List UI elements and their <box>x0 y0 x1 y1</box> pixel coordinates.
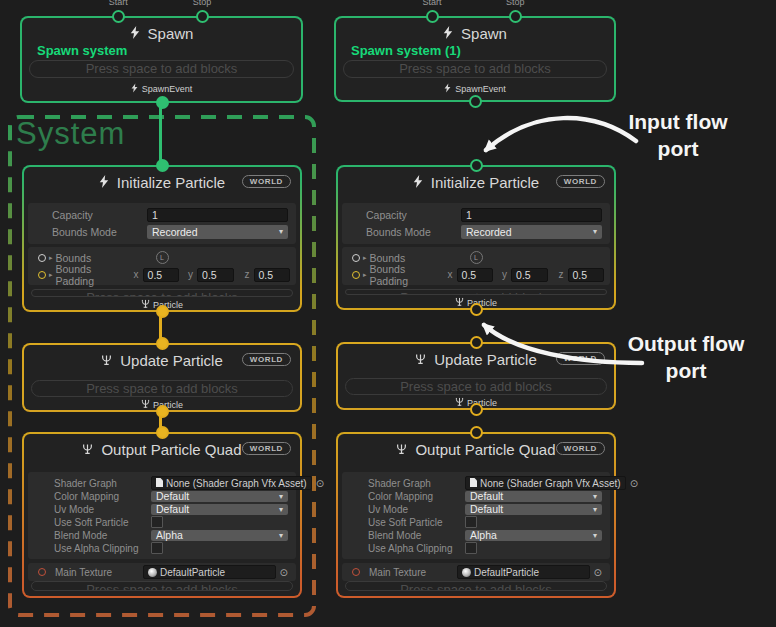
capacity-field[interactable]: 1 <box>147 208 288 222</box>
add-blocks-placeholder[interactable]: Press space to add blocks <box>31 380 293 397</box>
add-blocks-placeholder[interactable]: Press space to add blocks <box>345 289 607 295</box>
x-field[interactable]: 0.5 <box>457 268 493 282</box>
add-blocks-placeholder[interactable]: Press space to add blocks <box>31 289 293 297</box>
bounds-mode-dropdown[interactable]: Recorded ▾ <box>147 225 288 239</box>
use-alpha-clipping-checkbox[interactable] <box>465 542 477 554</box>
flow-port-update-output[interactable] <box>156 405 169 418</box>
flow-port-start[interactable] <box>426 10 439 23</box>
use-soft-particle-checkbox[interactable] <box>151 516 163 528</box>
input-port-bounds-padding[interactable] <box>38 271 46 279</box>
local-space-icon[interactable]: L <box>470 251 483 264</box>
main-texture-field[interactable]: DefaultParticle <box>457 565 590 579</box>
node-initialize-right[interactable]: Initialize Particle WORLD Capacity 1 Bou… <box>336 165 616 310</box>
bounds-padding-label: Bounds Padding <box>370 263 426 287</box>
node-update-left[interactable]: Update Particle WORLD Press space to add… <box>22 343 302 412</box>
object-picker-icon[interactable]: ⊙ <box>594 567 602 578</box>
bounds-mode-label: Bounds Mode <box>52 226 147 238</box>
flow-port-spawn-output[interactable] <box>156 96 169 109</box>
input-port-bounds[interactable] <box>38 254 46 262</box>
add-blocks-placeholder[interactable]: Press space to add blocks <box>31 581 293 591</box>
node-spawn-left[interactable]: Start Stop Spawn Spawn system Press spac… <box>20 16 303 103</box>
add-blocks-placeholder[interactable]: Press space to add blocks <box>345 378 607 395</box>
dropdown-caret-icon: ▾ <box>279 530 283 541</box>
port-label-stop: Stop <box>506 0 525 7</box>
bounds-mode-dropdown[interactable]: Recorded ▾ <box>461 225 602 239</box>
object-picker-icon[interactable]: ⊙ <box>630 478 638 489</box>
add-blocks-placeholder[interactable]: Press space to add blocks <box>345 581 607 591</box>
bounds-padding-label: Bounds Padding <box>56 263 112 287</box>
flow-port-output-input[interactable] <box>156 426 169 439</box>
flow-port-stop[interactable] <box>196 10 209 23</box>
input-port-bounds[interactable] <box>352 254 360 262</box>
input-port-main-texture[interactable] <box>352 568 360 576</box>
color-mapping-dropdown[interactable]: Default ▾ <box>465 491 602 502</box>
node-spawn-right[interactable]: Start Stop Spawn Spawn system (1) Press … <box>334 16 616 102</box>
expander-icon[interactable]: ▸ <box>49 271 53 279</box>
object-picker-icon[interactable]: ⊙ <box>316 478 324 489</box>
x-axis-label: x <box>134 269 139 280</box>
z-field[interactable]: 0.5 <box>254 268 290 282</box>
dropdown-caret-icon: ▾ <box>593 504 597 515</box>
particle-icon <box>455 297 464 309</box>
system-name-label[interactable]: Spawn system (1) <box>351 43 614 58</box>
flow-port-output-input[interactable] <box>470 426 483 439</box>
shader-graph-field[interactable]: None (Shader Graph Vfx Asset) <box>465 476 626 490</box>
z-field[interactable]: 0.5 <box>568 268 604 282</box>
input-port-main-texture[interactable] <box>38 568 46 576</box>
node-update-right[interactable]: Update Particle WORLD Press space to add… <box>336 342 616 410</box>
blend-mode-dropdown[interactable]: Alpha ▾ <box>151 530 288 541</box>
system-name-label[interactable]: Spawn system <box>37 43 301 58</box>
local-space-icon[interactable]: L <box>156 251 169 264</box>
flow-port-update-input[interactable] <box>470 336 483 349</box>
document-icon <box>156 478 163 489</box>
main-texture-field[interactable]: DefaultParticle <box>143 565 276 579</box>
port-label-start: Start <box>109 0 128 7</box>
particle-icon <box>396 441 407 458</box>
z-axis-label: z <box>245 269 250 280</box>
dropdown-caret-icon: ▾ <box>279 225 283 239</box>
uv-mode-dropdown[interactable]: Default ▾ <box>151 504 288 515</box>
lightning-icon <box>443 25 453 42</box>
uv-mode-dropdown[interactable]: Default ▾ <box>465 504 602 515</box>
flow-port-start[interactable] <box>112 10 125 23</box>
uv-mode-label: Uv Mode <box>368 504 465 515</box>
input-port-bounds-padding[interactable] <box>352 271 360 279</box>
node-output-right[interactable]: Output Particle Quad WORLD Shader Graph … <box>336 432 616 598</box>
y-field[interactable]: 0.5 <box>197 268 233 282</box>
expander-icon[interactable]: ▸ <box>363 271 367 279</box>
spawn-event-label: SpawnEvent <box>142 84 193 94</box>
use-soft-particle-checkbox[interactable] <box>465 516 477 528</box>
vfx-graph-canvas[interactable]: System Start Stop Spawn Spawn system Pre… <box>0 0 776 627</box>
capacity-label: Capacity <box>52 209 147 221</box>
flow-port-spawn-output[interactable] <box>469 95 482 108</box>
capacity-field[interactable]: 1 <box>461 208 602 222</box>
flow-port-initialize-output[interactable] <box>470 303 483 316</box>
flow-port-initialize-output[interactable] <box>156 305 169 318</box>
flow-port-update-output[interactable] <box>470 403 483 416</box>
use-alpha-clipping-checkbox[interactable] <box>151 542 163 554</box>
blend-mode-dropdown[interactable]: Alpha ▾ <box>465 530 602 541</box>
y-field[interactable]: 0.5 <box>511 268 547 282</box>
use-soft-particle-label: Use Soft Particle <box>368 517 465 528</box>
add-blocks-placeholder[interactable]: Press space to add blocks <box>343 60 607 78</box>
dropdown-caret-icon: ▾ <box>593 491 597 502</box>
node-output-left[interactable]: Output Particle Quad WORLD Shader Graph … <box>22 432 302 598</box>
object-picker-icon[interactable]: ⊙ <box>280 567 288 578</box>
expander-icon[interactable]: ▸ <box>49 254 53 262</box>
shader-graph-field[interactable]: None (Shader Graph Vfx Asset) <box>151 476 312 490</box>
flow-edge-spawn-initialize[interactable] <box>159 101 162 167</box>
spawn-event-label: SpawnEvent <box>455 84 506 94</box>
world-space-badge: WORLD <box>556 175 605 188</box>
flow-port-initialize-input[interactable] <box>470 159 483 172</box>
x-field[interactable]: 0.5 <box>143 268 179 282</box>
node-initialize-left[interactable]: Initialize Particle WORLD Capacity 1 Bou… <box>22 165 302 312</box>
world-space-badge: WORLD <box>242 442 291 455</box>
flow-port-initialize-input[interactable] <box>156 159 169 172</box>
color-mapping-dropdown[interactable]: Default ▾ <box>151 491 288 502</box>
flow-port-update-input[interactable] <box>156 337 169 350</box>
port-label-stop: Stop <box>193 0 212 7</box>
use-alpha-clipping-label: Use Alpha Clipping <box>368 543 465 554</box>
expander-icon[interactable]: ▸ <box>363 254 367 262</box>
add-blocks-placeholder[interactable]: Press space to add blocks <box>29 60 294 78</box>
flow-port-stop[interactable] <box>509 10 522 23</box>
